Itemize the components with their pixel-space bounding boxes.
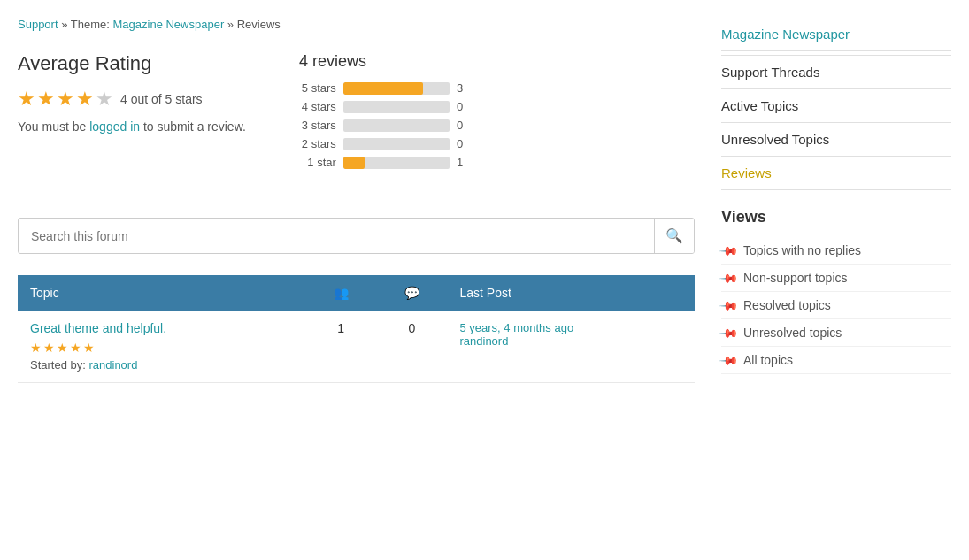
sidebar-views-title: Views xyxy=(721,208,951,226)
breadcrumb-support-link[interactable]: Support xyxy=(18,18,58,31)
topic-cell: Great theme and helpful. ★★★★★ Started b… xyxy=(18,311,305,383)
bar-count: 0 xyxy=(457,100,469,113)
col-chat-icon: 💬 xyxy=(376,275,447,311)
search-input[interactable] xyxy=(19,220,654,252)
col-topic: Topic xyxy=(18,275,305,311)
sidebar-views-item[interactable]: 📌Topics with no replies xyxy=(721,237,951,265)
topic-star: ★ xyxy=(70,341,81,355)
last-post-cell: 5 years, 4 months ago randinord xyxy=(447,311,695,383)
search-wrapper: 🔍 xyxy=(18,218,695,254)
sidebar-nav-item[interactable]: Reviews xyxy=(721,157,951,190)
views-item-label: Unresolved topics xyxy=(743,326,842,340)
bar-count: 3 xyxy=(457,81,469,95)
topics-table: Topic 👥 💬 Last Post Great theme and help… xyxy=(18,275,695,383)
breadcrumb-theme-link[interactable]: Magazine Newspaper xyxy=(113,18,225,31)
reviews-count: 4 reviews xyxy=(299,52,695,71)
sidebar-views-item[interactable]: 📌Unresolved topics xyxy=(721,319,951,347)
login-link[interactable]: logged in xyxy=(89,119,140,134)
average-rating-heading: Average Rating xyxy=(18,52,246,75)
last-post-author: randinord xyxy=(459,334,682,348)
bar-row: 5 stars 3 xyxy=(299,81,695,95)
sidebar-magazine-link[interactable]: Magazine Newspaper xyxy=(721,18,951,51)
bar-row: 4 stars 0 xyxy=(299,100,695,113)
bar-count: 0 xyxy=(457,137,469,150)
search-button[interactable]: 🔍 xyxy=(654,219,694,253)
login-pre: You must be xyxy=(18,119,86,134)
rating-bars: 4 reviews 5 stars 3 4 stars 0 3 stars 0 … xyxy=(299,52,695,174)
pin-icon: 📌 xyxy=(719,267,739,288)
sidebar: Magazine Newspaper Support ThreadsActive… xyxy=(721,18,951,383)
started-by: Started by: randinord xyxy=(30,358,293,372)
breadcrumb-current: Reviews xyxy=(237,18,281,31)
bar-label: 1 star xyxy=(299,156,336,169)
bar-label: 5 stars xyxy=(299,81,336,95)
sidebar-nav-item[interactable]: Active Topics xyxy=(721,89,951,123)
topic-link[interactable]: Great theme and helpful. xyxy=(30,321,293,335)
bar-label: 2 stars xyxy=(299,137,336,150)
bar-row: 2 stars 0 xyxy=(299,137,695,150)
views-item-label: All topics xyxy=(743,353,793,367)
breadcrumb-theme-label: Theme: xyxy=(71,18,110,31)
login-prompt: You must be logged in to submit a review… xyxy=(18,119,246,134)
pin-icon: 📌 xyxy=(719,295,739,315)
views-item-label: Non-support topics xyxy=(743,271,848,285)
search-box: 🔍 xyxy=(18,218,695,254)
sidebar-nav-item[interactable]: Unresolved Topics xyxy=(721,123,951,157)
stars-display: ★ ★ ★ ★ ★ 4 out of 5 stars xyxy=(18,88,246,111)
col-users-icon: 👥 xyxy=(305,275,376,311)
breadcrumb-sep2: » xyxy=(227,18,234,31)
pin-icon: 📌 xyxy=(719,322,739,342)
rating-text: 4 out of 5 stars xyxy=(120,92,203,106)
bar-track xyxy=(343,82,450,95)
rating-section: Average Rating ★ ★ ★ ★ ★ 4 out of 5 star… xyxy=(18,52,695,196)
views-item-label: Topics with no replies xyxy=(743,243,861,257)
topic-star: ★ xyxy=(43,341,55,355)
topic-star: ★ xyxy=(30,341,42,355)
table-header-row: Topic 👥 💬 Last Post xyxy=(18,275,695,311)
bar-row: 3 stars 0 xyxy=(299,119,695,132)
bar-track xyxy=(343,138,450,150)
table-body: Great theme and helpful. ★★★★★ Started b… xyxy=(18,311,695,383)
bar-row: 1 star 1 xyxy=(299,156,695,169)
sidebar-views-item[interactable]: 📌Resolved topics xyxy=(721,292,951,319)
sidebar-views-list: 📌Topics with no replies📌Non-support topi… xyxy=(721,237,951,374)
bar-count: 1 xyxy=(457,156,469,169)
sidebar-views-item[interactable]: 📌All topics xyxy=(721,347,951,374)
users-icon: 👥 xyxy=(334,286,349,300)
main-content: Support » Theme: Magazine Newspaper » Re… xyxy=(18,18,695,383)
bar-label: 3 stars xyxy=(299,119,336,132)
star-4: ★ xyxy=(76,88,94,111)
chat-icon: 💬 xyxy=(404,286,419,300)
replies-cell: 1 xyxy=(305,311,376,383)
author-link[interactable]: randinord xyxy=(88,358,137,372)
topic-stars: ★★★★★ xyxy=(30,341,293,355)
pin-icon: 📌 xyxy=(719,240,739,260)
login-post: to submit a review. xyxy=(143,119,246,134)
star-icons: ★ ★ ★ ★ ★ xyxy=(18,88,113,111)
pin-icon: 📌 xyxy=(719,349,739,370)
views-cell: 0 xyxy=(376,311,447,383)
views-item-label: Resolved topics xyxy=(743,298,831,312)
star-3: ★ xyxy=(57,88,74,111)
topic-star: ★ xyxy=(83,341,95,355)
star-1: ★ xyxy=(18,88,35,111)
breadcrumb-sep1: » xyxy=(61,18,67,31)
bar-track xyxy=(343,119,450,132)
col-last-post: Last Post xyxy=(447,275,695,311)
sidebar-nav-item[interactable]: Support Threads xyxy=(721,56,951,89)
star-5: ★ xyxy=(96,88,113,111)
bar-fill xyxy=(343,82,423,95)
last-post-time: 5 years, 4 months ago xyxy=(459,321,682,334)
topic-star: ★ xyxy=(57,341,68,355)
sidebar-nav: Support ThreadsActive TopicsUnresolved T… xyxy=(721,55,951,190)
bar-fill xyxy=(343,157,365,169)
bar-count: 0 xyxy=(457,119,469,132)
bar-label: 4 stars xyxy=(299,100,336,113)
bar-track xyxy=(343,157,450,169)
breadcrumb: Support » Theme: Magazine Newspaper » Re… xyxy=(18,18,695,31)
bar-track xyxy=(343,101,450,113)
rating-left: Average Rating ★ ★ ★ ★ ★ 4 out of 5 star… xyxy=(18,52,246,134)
table-row: Great theme and helpful. ★★★★★ Started b… xyxy=(18,311,695,383)
star-2: ★ xyxy=(37,88,55,111)
sidebar-views-item[interactable]: 📌Non-support topics xyxy=(721,265,951,292)
